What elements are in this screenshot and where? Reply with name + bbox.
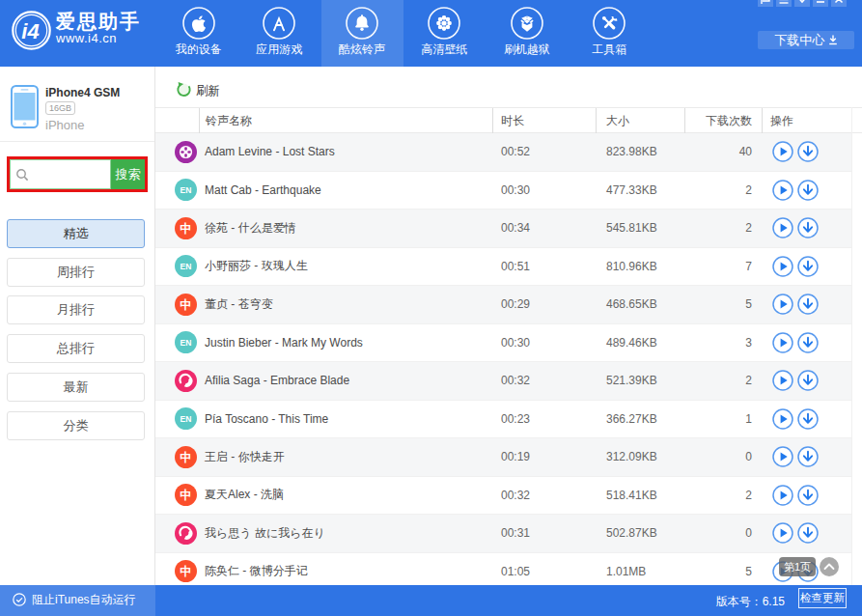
svg-text:中: 中 [180,489,192,502]
svg-text:EN: EN [181,185,192,195]
svg-text:中: 中 [180,297,192,311]
svg-text:中: 中 [180,565,192,578]
svg-text:EN: EN [181,262,192,271]
svg-text:i4: i4 [21,19,39,43]
svg-text:中: 中 [180,450,192,463]
svg-text:EN: EN [181,338,192,348]
svg-text:EN: EN [181,414,192,424]
svg-text:中: 中 [180,221,192,235]
